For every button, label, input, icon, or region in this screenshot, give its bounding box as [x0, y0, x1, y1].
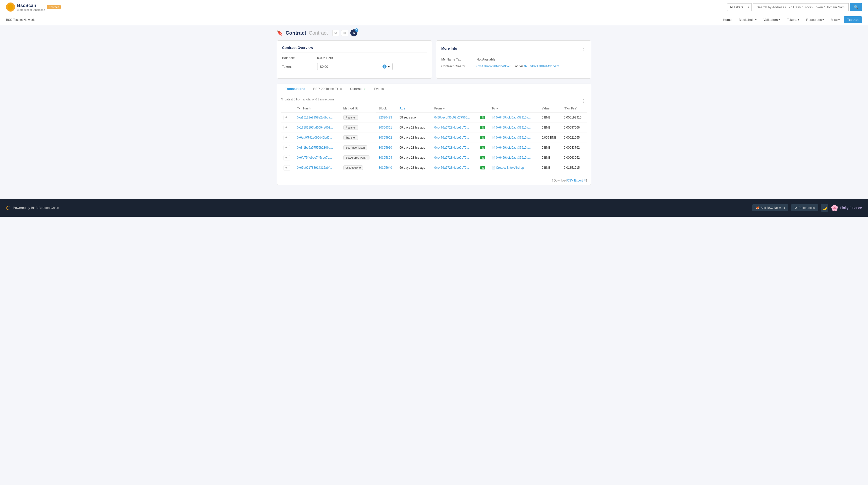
chevron-down-icon: ▾ — [388, 65, 390, 68]
txn-hash-link[interactable]: 0x17181197dd5094e003... — [297, 126, 333, 129]
col-method: Method ℹ — [341, 105, 376, 112]
eye-button[interactable]: 👁 — [284, 155, 290, 160]
logo-sub: A product of Etherscan — [17, 8, 45, 11]
block-link[interactable]: 30305640 — [379, 166, 392, 169]
nav-resources[interactable]: Resources ▾ — [803, 16, 827, 23]
more-info-title: More Info — [441, 46, 457, 51]
balance-row: Balance: 0.005 BNB — [282, 56, 427, 60]
creator-txn-link[interactable]: 0x67d021788914315abf... — [524, 64, 562, 68]
search-input[interactable] — [753, 3, 849, 11]
block-link[interactable]: 30305962 — [379, 136, 392, 139]
nav-testnet[interactable]: Testnet — [844, 16, 862, 23]
from-link[interactable]: 0x50becbf36c03a2f7560... — [434, 116, 470, 119]
to-link[interactable]: Create: BittexAirdrop — [496, 166, 524, 169]
dark-mode-toggle[interactable]: 🌙 — [821, 204, 828, 212]
eye-button[interactable]: 👁 — [284, 135, 290, 140]
age-cell: 58 secs ago — [397, 112, 432, 123]
contract-icon: 🔖 — [277, 30, 283, 36]
svg-point-1 — [10, 6, 11, 8]
value-cell: 0 BNB — [539, 123, 561, 133]
from-link[interactable]: 0xc476a6728f4cbe9b70... — [434, 156, 469, 159]
to-link[interactable]: 0x6459bcfd6aca37910a... — [496, 156, 531, 159]
from-link[interactable]: 0xc476a6728f4cbe9b70... — [434, 166, 469, 169]
col-age[interactable]: Age — [397, 105, 432, 112]
table-row: 👁 0xd41be9a57559b2306a... Set Prize Toke… — [281, 142, 587, 153]
pinky-text: Pinky Finance — [840, 206, 862, 210]
avatar-badge-count: 8 — [355, 28, 359, 32]
nav-blockchain[interactable]: Blockchain ▾ — [736, 16, 760, 23]
add-network-button[interactable]: 🦊 Add BSC Network — [752, 204, 788, 212]
tab-contract[interactable]: Contract ✔ — [346, 84, 370, 94]
eye-button[interactable]: 👁 — [284, 115, 290, 120]
preferences-button[interactable]: ⚙ Preferences — [791, 204, 818, 212]
doc-icon: 📄 — [492, 126, 495, 129]
value-cell: 0 BNB — [539, 163, 561, 173]
to-link[interactable]: 0x6459bcfd6aca37910a... — [496, 116, 531, 119]
nav-validators[interactable]: Validators ▾ — [761, 16, 783, 23]
age-cell: 69 days 23 hrs ago — [397, 133, 432, 142]
name-tag-label: My Name Tag: — [441, 58, 476, 61]
avatar[interactable]: b 8 — [350, 29, 358, 36]
col-block: Block — [376, 105, 397, 112]
tab-bep20[interactable]: BEP-20 Token Txns — [309, 84, 346, 94]
at-txn-label: at txn — [515, 64, 523, 68]
preferences-icon: ⚙ — [795, 206, 797, 209]
pinky-icon: 🌸 — [831, 204, 838, 212]
network-label: BSC Testnet Network — [6, 16, 35, 24]
method-badge: 0x60806040 — [343, 165, 363, 170]
direction-badge: IN — [480, 146, 485, 149]
page-title-sub: Contract — [309, 30, 328, 36]
txn-hash-link[interactable]: 0xd41be9a57559b2306a... — [297, 146, 333, 149]
logo-name: BscScan — [17, 3, 45, 8]
txn-hash-link[interactable]: 0x6fb754e9ee745cbe7b... — [297, 156, 332, 159]
page-title: Contract — [285, 30, 306, 36]
age-cell: 69 days 23 hrs ago — [397, 142, 432, 153]
table-row: 👁 0x6ad0f791e095d40bd6... Transfer 30305… — [281, 133, 587, 142]
to-link[interactable]: 0x6459bcfd6aca37910a... — [496, 146, 531, 149]
txn-hash-link[interactable]: 0xa15128e8958e2cdbda... — [297, 116, 333, 119]
method-badge: Register — [343, 125, 358, 130]
txn-hash-link[interactable]: 0x6ad0f791e095d40bd6... — [297, 136, 332, 139]
fee-cell: 0.00087566 — [561, 123, 587, 133]
doc-icon: 📄 — [492, 136, 495, 139]
more-menu-button[interactable]: ⋮ — [582, 46, 586, 51]
pinky-logo: 🌸 Pinky Finance — [831, 204, 862, 212]
block-link[interactable]: 30306361 — [379, 126, 392, 129]
from-link[interactable]: 0xc476a6728f4cbe9b70... — [434, 146, 469, 149]
logo-area: BscScan A product of Etherscan Testnet — [6, 2, 61, 11]
fee-cell: 0.00063052 — [561, 153, 587, 163]
creator-address-link[interactable]: 0xc476a6728f4cbe9b70... — [476, 64, 514, 68]
age-cell: 69 days 23 hrs ago — [397, 153, 432, 163]
nav-misc[interactable]: Misc ▾ — [828, 16, 843, 23]
token-dropdown[interactable]: $0.00 3 ▾ — [317, 63, 393, 70]
from-link[interactable]: 0xc476a6728f4cbe9b70... — [434, 126, 469, 129]
to-link[interactable]: 0x6459bcfd6aca37910a... — [496, 136, 531, 139]
nav-tokens[interactable]: Tokens ▾ — [784, 16, 802, 23]
table-menu-button[interactable]: ⋮ — [581, 97, 587, 105]
copy-button[interactable]: ⧉ — [332, 30, 339, 36]
eye-button[interactable]: 👁 — [284, 125, 290, 130]
block-link[interactable]: 30305804 — [379, 156, 392, 159]
contract-overview-card: Contract Overview Balance: 0.005 BNB Tok… — [277, 40, 432, 78]
doc-icon: 📄 — [492, 146, 495, 149]
grid-button[interactable]: ⊞ — [341, 30, 348, 36]
creator-label: Contract Creator: — [441, 64, 476, 68]
contract-overview-title: Contract Overview — [282, 46, 427, 53]
search-button[interactable]: 🔍 — [850, 3, 862, 11]
tab-events[interactable]: Events — [370, 84, 388, 94]
csv-export-link[interactable]: CSV Export ⬇ — [567, 179, 586, 182]
to-link[interactable]: 0x6459bcfd6aca37910a... — [496, 126, 531, 129]
tab-transactions[interactable]: Transactions — [281, 84, 309, 94]
block-link[interactable]: 30305910 — [379, 146, 392, 149]
chevron-down-icon: ▾ — [746, 4, 751, 10]
eye-button[interactable]: 👁 — [284, 145, 290, 150]
from-link[interactable]: 0xc476a6728f4cbe9b70... — [434, 136, 469, 139]
txn-hash-link[interactable]: 0x67d021788914315abf... — [297, 166, 332, 169]
nav-home[interactable]: Home — [720, 16, 735, 23]
chevron-down-icon: ▾ — [755, 18, 756, 21]
eye-button[interactable]: 👁 — [284, 165, 290, 170]
filter-select[interactable]: All Filters ▾ — [727, 3, 752, 11]
chevron-down-icon: ▾ — [798, 18, 799, 21]
block-link[interactable]: 32320493 — [379, 116, 392, 119]
main-nav: Home Blockchain ▾ Validators ▾ Tokens ▾ … — [720, 14, 862, 25]
